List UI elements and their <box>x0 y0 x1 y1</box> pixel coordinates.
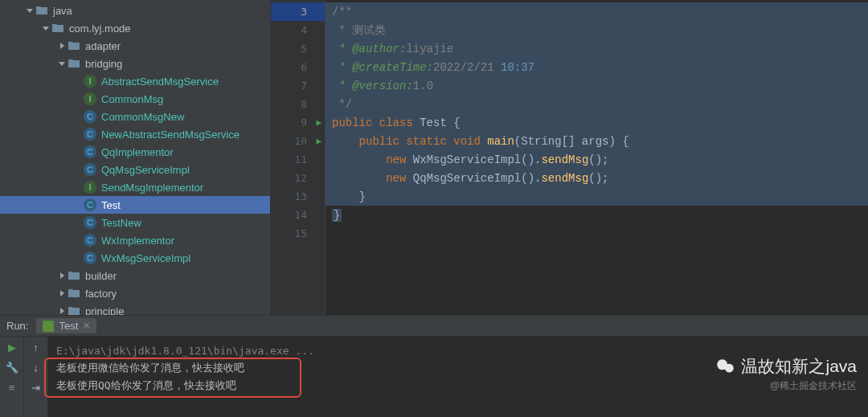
tree-label: WxMsgServiceImpl <box>101 252 190 264</box>
tree-folder-java[interactable]: java <box>0 2 270 19</box>
run-gutter-icon[interactable]: ▶ <box>316 117 321 128</box>
app-icon <box>43 321 54 332</box>
code-line: * @version:1.0 <box>326 76 868 95</box>
project-tree[interactable]: java com.lyj.mode adapter bridging <box>0 0 271 315</box>
class-icon: C <box>84 110 96 123</box>
code-line: } <box>326 206 868 224</box>
tree-label: CommonMsg <box>101 93 163 105</box>
tree-file[interactable]: CQqMsgServiceImpl <box>0 161 270 178</box>
run-toolbar: ▶ 🔧 ≡ <box>0 337 24 417</box>
tree-file-selected[interactable]: CTest <box>0 196 270 214</box>
class-icon: C <box>84 198 96 211</box>
gutter-line: 4 <box>271 21 325 39</box>
folder-icon <box>68 305 80 315</box>
tree-label: QqMsgServiceImpl <box>101 164 190 176</box>
tree-folder-builder[interactable]: builder <box>0 267 270 284</box>
run-panel: Run: Test ✕ ▶ 🔧 ≡ ↑ ↓ ⇥ E:\java\jdk\jdk1… <box>0 315 868 417</box>
folder-icon <box>68 287 80 300</box>
code-area[interactable]: /** * 测试类 * @author:liyajie * @createTim… <box>326 0 868 315</box>
gutter-line: 10▶ <box>271 132 325 150</box>
chevron-down-icon <box>42 24 50 32</box>
class-icon: C <box>84 216 96 229</box>
run-gutter-icon[interactable]: ▶ <box>316 136 321 146</box>
down-button[interactable]: ↓ <box>33 362 39 374</box>
gutter-line: 13 <box>271 187 325 206</box>
console-output[interactable]: E:\java\jdk\jdk1.8.0_121\bin\java.exe ..… <box>48 337 868 417</box>
chevron-right-icon <box>58 307 66 315</box>
tree-folder-bridging[interactable]: bridging <box>0 55 270 72</box>
interface-icon: I <box>84 92 96 105</box>
wrap-button[interactable]: ⇥ <box>31 382 40 394</box>
tree-file[interactable]: CWxImplementor <box>0 231 270 249</box>
folder-icon <box>68 269 80 282</box>
tree-label: TestNew <box>101 217 141 229</box>
tree-folder-factory[interactable]: factory <box>0 284 270 302</box>
tree-label: factory <box>85 288 117 300</box>
folder-icon <box>68 39 80 52</box>
class-icon: C <box>84 145 96 158</box>
interface-icon: I <box>84 75 96 88</box>
code-line: * 测试类 <box>326 21 868 39</box>
gutter-line: 3 <box>271 2 325 21</box>
interface-icon: I <box>84 181 96 194</box>
chevron-right-icon <box>58 272 66 280</box>
close-icon[interactable]: ✕ <box>83 321 90 331</box>
tree-file[interactable]: CNewAbstractSendMsgService <box>0 125 270 143</box>
tree-file[interactable]: ISendMsgImplementor <box>0 178 270 196</box>
code-line: } <box>326 187 868 206</box>
gutter: 3 4 5 6 7 8 9▶ 10▶ 11 12 13 14 15 <box>271 0 326 315</box>
up-button[interactable]: ↑ <box>33 341 39 354</box>
code-line: new WxMsgServiceImpl().sendMsg(); <box>326 150 868 169</box>
tree-file[interactable]: CQqImplementor <box>0 143 270 161</box>
tree-file[interactable]: ICommonMsg <box>0 90 270 108</box>
tree-label: CommonMsgNew <box>101 111 184 123</box>
tree-label: adapter <box>85 40 121 52</box>
gutter-line: 9▶ <box>271 113 325 132</box>
tree-folder-principle[interactable]: principle <box>0 302 270 315</box>
tree-file[interactable]: CCommonMsgNew <box>0 108 270 125</box>
class-icon: C <box>84 128 96 141</box>
code-line: new QqMsgServiceImpl().sendMsg(); <box>326 169 868 187</box>
code-line: * @author:liyajie <box>326 39 868 58</box>
gutter-line: 14 <box>271 206 325 224</box>
console-line: 老板使用QQ给你发了消息，快去接收吧 <box>56 377 860 395</box>
code-line <box>326 224 868 243</box>
console-line: E:\java\jdk\jdk1.8.0_121\bin\java.exe ..… <box>56 341 860 359</box>
tree-label: Test <box>101 199 121 211</box>
tree-file[interactable]: CTestNew <box>0 214 270 231</box>
tree-file[interactable]: IAbstractSendMsgService <box>0 72 270 90</box>
tree-file[interactable]: CWxMsgServiceImpl <box>0 249 270 267</box>
gutter-line: 15 <box>271 224 325 243</box>
tree-label: QqImplementor <box>101 146 174 158</box>
tree-folder-adapter[interactable]: adapter <box>0 37 270 55</box>
settings-button[interactable]: 🔧 <box>6 362 18 374</box>
gutter-line: 6 <box>271 58 325 76</box>
class-icon: C <box>84 251 96 264</box>
chevron-down-icon <box>26 6 34 14</box>
code-editor[interactable]: 3 4 5 6 7 8 9▶ 10▶ 11 12 13 14 15 /** * … <box>271 0 868 315</box>
tree-label: com.lyj.mode <box>69 22 131 35</box>
rerun-button[interactable]: ▶ <box>8 341 16 354</box>
chevron-down-icon <box>58 59 66 67</box>
class-icon: C <box>84 163 96 176</box>
run-header: Run: Test ✕ <box>0 316 868 337</box>
tree-label: NewAbstractSendMsgService <box>101 129 240 141</box>
code-line: public class Test { <box>326 113 868 132</box>
tree-label: AbstractSendMsgService <box>101 76 219 88</box>
class-icon: C <box>84 234 96 247</box>
console-line: 老板使用微信给你发了消息，快去接收吧 <box>56 359 860 377</box>
gutter-line: 7 <box>271 76 325 95</box>
code-line: */ <box>326 95 868 113</box>
run-label: Run: <box>6 320 28 332</box>
stop-button[interactable]: ≡ <box>9 382 15 394</box>
folder-icon <box>35 4 48 17</box>
run-tab-label: Test <box>59 320 78 332</box>
code-line: * @createTime:2022/2/21 10:37 <box>326 58 868 76</box>
run-tab[interactable]: Test ✕ <box>36 318 96 333</box>
tree-label: bridging <box>85 58 122 70</box>
gutter-line: 5 <box>271 39 325 58</box>
code-line: /** <box>326 2 868 21</box>
folder-icon <box>68 57 80 70</box>
tree-package[interactable]: com.lyj.mode <box>0 19 270 37</box>
package-icon <box>51 22 64 35</box>
